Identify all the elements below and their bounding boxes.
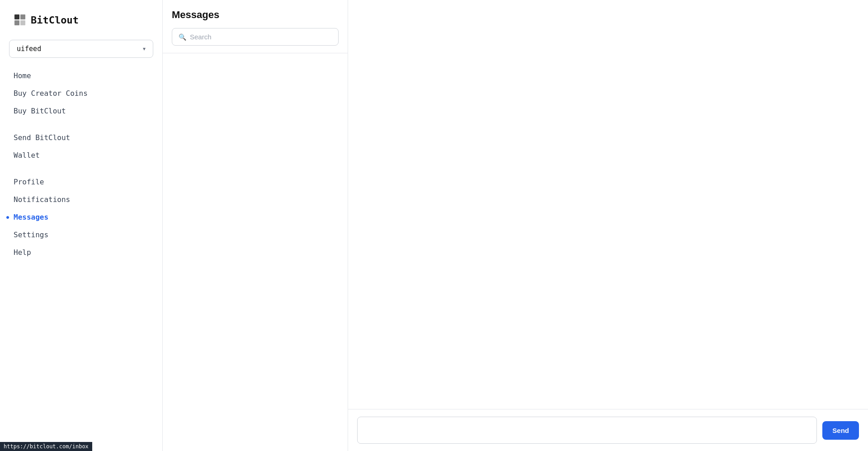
chat-panel: Send: [348, 0, 868, 451]
sidebar-item-buy-creator-coins[interactable]: Buy Creator Coins: [0, 85, 162, 102]
svg-rect-3: [20, 20, 25, 25]
chevron-down-icon: ▾: [143, 46, 146, 52]
status-bar: https://bitclout.com/inbox: [0, 442, 92, 451]
messages-title: Messages: [172, 9, 339, 21]
sidebar-item-wallet[interactable]: Wallet: [0, 146, 162, 164]
sidebar-item-settings[interactable]: Settings: [0, 226, 162, 244]
nav-divider-1: [0, 120, 162, 129]
search-icon: 🔍: [179, 33, 186, 41]
user-dropdown-label: uifeed: [17, 45, 41, 53]
messages-panel: Messages 🔍: [163, 0, 348, 451]
sidebar: BitClout uifeed ▾ Home Buy Creator Coins…: [0, 0, 163, 451]
svg-rect-2: [14, 20, 19, 25]
status-url: https://bitclout.com/inbox: [4, 443, 89, 450]
app-title: BitClout: [31, 14, 79, 26]
chat-input-area: Send: [348, 409, 868, 451]
search-box: 🔍: [172, 28, 339, 46]
sidebar-item-profile[interactable]: Profile: [0, 173, 162, 191]
logo-area: BitClout: [0, 9, 162, 40]
nav-divider-2: [0, 164, 162, 173]
sidebar-item-messages[interactable]: Messages: [0, 208, 162, 226]
send-button[interactable]: Send: [822, 421, 859, 440]
chat-area: [348, 0, 868, 409]
message-input[interactable]: [357, 417, 817, 444]
messages-header: Messages 🔍: [163, 0, 348, 53]
messages-list: [163, 53, 348, 451]
sidebar-item-home[interactable]: Home: [0, 67, 162, 85]
search-input[interactable]: [190, 33, 332, 41]
svg-rect-1: [20, 14, 25, 19]
sidebar-item-notifications[interactable]: Notifications: [0, 191, 162, 208]
sidebar-item-help[interactable]: Help: [0, 244, 162, 261]
nav-section: Home Buy Creator Coins Buy BitClout Send…: [0, 67, 162, 266]
bitclout-logo-icon: [14, 14, 26, 26]
user-dropdown[interactable]: uifeed ▾: [9, 40, 153, 58]
sidebar-item-buy-bitclout[interactable]: Buy BitClout: [0, 102, 162, 120]
svg-rect-0: [14, 14, 19, 19]
sidebar-item-send-bitclout[interactable]: Send BitClout: [0, 129, 162, 146]
